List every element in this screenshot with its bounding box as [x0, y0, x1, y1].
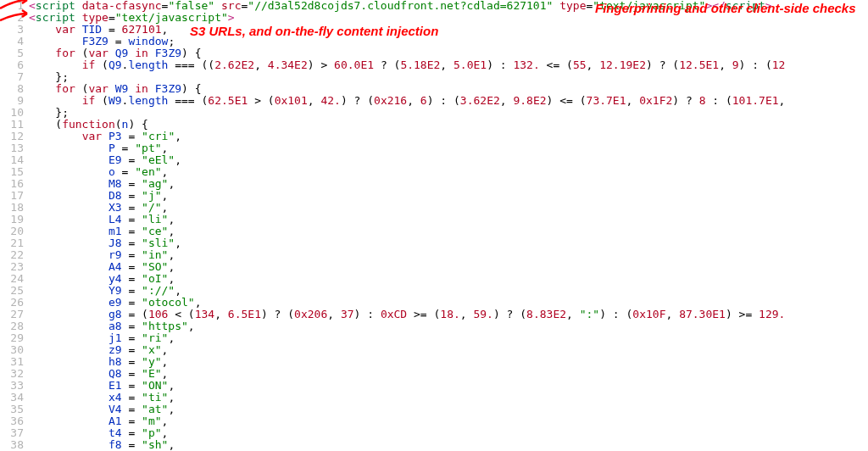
code-content: P = "pt", — [29, 142, 168, 154]
code-content: j1 = "ri", — [29, 332, 175, 344]
line-number: 27 — [0, 309, 29, 320]
code-line: 24 y4 = "oI", — [0, 273, 868, 285]
code-content: E9 = "eEl", — [29, 154, 181, 166]
line-number: 26 — [0, 297, 29, 309]
line-number: 33 — [0, 380, 29, 392]
line-number: 32 — [0, 368, 29, 380]
code-content: A1 = "m", — [29, 415, 168, 427]
code-line: 10 }; — [0, 107, 868, 119]
line-number: 24 — [0, 273, 29, 285]
code-content: if (Q9.length === ((2.62E2, 4.34E2) > 60… — [29, 59, 785, 71]
line-number: 7 — [0, 71, 29, 83]
line-number: 19 — [0, 214, 29, 226]
code-line: 7 }; — [0, 71, 868, 83]
code-content: r9 = "in", — [29, 249, 175, 261]
code-content: for (var Q9 in F3Z9) { — [29, 47, 202, 59]
code-line: 36 A1 = "m", — [0, 415, 868, 427]
code-content: for (var W9 in F3Z9) { — [29, 83, 202, 95]
line-number: 2 — [0, 12, 29, 24]
line-number: 13 — [0, 142, 29, 154]
code-line: 22 r9 = "in", — [0, 249, 868, 261]
code-line: 13 P = "pt", — [0, 142, 868, 154]
code-content: L4 = "li", — [29, 214, 175, 226]
line-number: 21 — [0, 237, 29, 249]
code-content: if (W9.length === (62.5E1 > (0x101, 42.)… — [29, 95, 785, 107]
code-line: 34 x4 = "ti", — [0, 392, 868, 404]
code-line: 21 J8 = "sli", — [0, 237, 868, 249]
code-line: 8 for (var W9 in F3Z9) { — [0, 83, 868, 95]
line-number: 18 — [0, 202, 29, 214]
code-content: e9 = "otocol", — [29, 297, 202, 309]
code-content: a8 = "https", — [29, 320, 195, 332]
line-number: 37 — [0, 427, 29, 439]
code-content: h8 = "y", — [29, 356, 168, 368]
code-content: D8 = "j", — [29, 190, 168, 202]
line-number: 29 — [0, 332, 29, 344]
code-line: 32 Q8 = "E", — [0, 368, 868, 380]
line-number: 4 — [0, 36, 29, 47]
code-line: 29 j1 = "ri", — [0, 332, 868, 344]
code-content: A4 = "SO", — [29, 261, 175, 273]
code-line: 30 z9 = "x", — [0, 344, 868, 356]
code-line: 14 E9 = "eEl", — [0, 154, 868, 166]
code-line: 16 M8 = "ag", — [0, 178, 868, 190]
line-number: 22 — [0, 249, 29, 261]
code-line: 18 X3 = "/", — [0, 202, 868, 214]
code-content: o = "en", — [29, 166, 168, 178]
code-content: V4 = "at", — [29, 404, 175, 415]
code-content: z9 = "x", — [29, 344, 168, 356]
code-line: 33 E1 = "ON", — [0, 380, 868, 392]
line-number: 38 — [0, 439, 29, 451]
code-line: 25 Y9 = "://", — [0, 285, 868, 297]
code-line: 15 o = "en", — [0, 166, 868, 178]
line-number: 10 — [0, 107, 29, 119]
line-number: 3 — [0, 24, 29, 36]
code-line: 31 h8 = "y", — [0, 356, 868, 368]
code-line: 6 if (Q9.length === ((2.62E2, 4.34E2) > … — [0, 59, 868, 71]
line-number: 12 — [0, 131, 29, 142]
code-line: 5 for (var Q9 in F3Z9) { — [0, 47, 868, 59]
code-line: 37 t4 = "p", — [0, 427, 868, 439]
line-number: 5 — [0, 47, 29, 59]
code-content: J8 = "sli", — [29, 237, 181, 249]
line-number: 30 — [0, 344, 29, 356]
line-number: 35 — [0, 404, 29, 415]
code-line: 12 var P3 = "cri", — [0, 131, 868, 142]
code-content: }; — [29, 107, 69, 119]
code-content: y4 = "oI", — [29, 273, 175, 285]
code-content: x4 = "ti", — [29, 392, 175, 404]
code-line: 4 F3Z9 = window; — [0, 36, 868, 47]
code-line: 28 a8 = "https", — [0, 320, 868, 332]
line-number: 25 — [0, 285, 29, 297]
code-content: (function(n) { — [29, 119, 148, 131]
line-number: 28 — [0, 320, 29, 332]
code-content: Y9 = "://", — [29, 285, 181, 297]
code-content: M8 = "ag", — [29, 178, 175, 190]
code-content: E1 = "ON", — [29, 380, 175, 392]
code-block: 1<script data-cfasync="false" src="//d3a… — [0, 0, 868, 451]
code-content: X3 = "/", — [29, 202, 168, 214]
code-line: 2<script type="text/javascript"> — [0, 12, 868, 24]
line-number: 36 — [0, 415, 29, 427]
code-content: <script type="text/javascript"> — [29, 12, 235, 24]
code-content: f8 = "sh", — [29, 439, 175, 451]
code-content: t4 = "p", — [29, 427, 168, 439]
line-number: 34 — [0, 392, 29, 404]
code-line: 23 A4 = "SO", — [0, 261, 868, 273]
code-line: 26 e9 = "otocol", — [0, 297, 868, 309]
code-content: m1 = "ce", — [29, 226, 175, 237]
code-line: 17 D8 = "j", — [0, 190, 868, 202]
line-number: 16 — [0, 178, 29, 190]
code-content: var P3 = "cri", — [29, 131, 181, 142]
code-line: 35 V4 = "at", — [0, 404, 868, 415]
line-number: 17 — [0, 190, 29, 202]
line-number: 9 — [0, 95, 29, 107]
code-content: Q8 = "E", — [29, 368, 168, 380]
line-number: 8 — [0, 83, 29, 95]
code-content: F3Z9 = window; — [29, 36, 175, 47]
line-number: 14 — [0, 154, 29, 166]
code-line: 27 g8 = (106 < (134, 6.5E1) ? (0x206, 37… — [0, 309, 868, 320]
code-content: <script data-cfasync="false" src="//d3al… — [29, 0, 772, 12]
code-line: 3 var TID = 627101, — [0, 24, 868, 36]
code-line: 1<script data-cfasync="false" src="//d3a… — [0, 0, 868, 12]
